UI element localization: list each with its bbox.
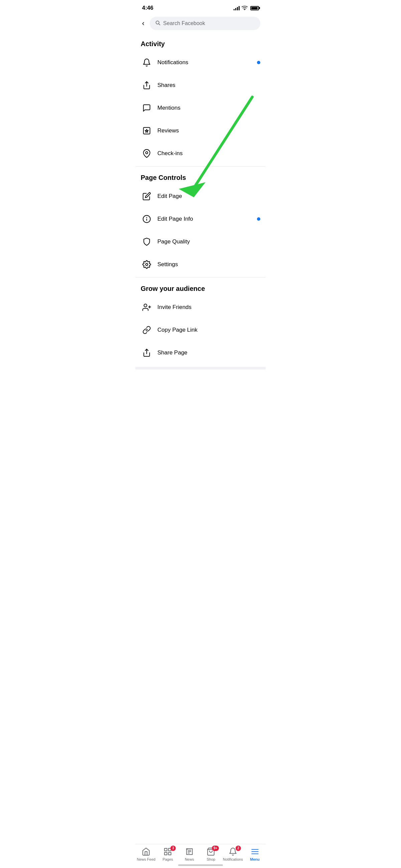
share-page-item[interactable]: Share Page xyxy=(135,341,266,364)
page-quality-label: Page Quality xyxy=(157,239,260,245)
copy-page-link-label: Copy Page Link xyxy=(157,327,260,333)
page-controls-header: Page Controls xyxy=(135,168,266,185)
edit-page-item[interactable]: Edit Page xyxy=(135,185,266,208)
status-time: 4:46 xyxy=(142,5,154,11)
share-page-label: Share Page xyxy=(157,349,260,356)
reviews-icon xyxy=(141,125,153,137)
svg-line-2 xyxy=(159,24,160,25)
mention-icon xyxy=(141,102,153,114)
svg-point-11 xyxy=(144,304,147,307)
activity-section: Activity Notifications Shares xyxy=(135,34,266,165)
checkins-item[interactable]: Check-ins xyxy=(135,142,266,165)
edit-page-info-dot xyxy=(257,217,260,221)
svg-marker-5 xyxy=(145,129,148,132)
svg-point-6 xyxy=(146,152,148,154)
reviews-item[interactable]: Reviews xyxy=(135,119,266,142)
edit-page-info-item[interactable]: Edit Page Info xyxy=(135,208,266,230)
settings-item[interactable]: Settings xyxy=(135,253,266,276)
gear-icon xyxy=(141,258,153,271)
settings-label: Settings xyxy=(157,261,260,268)
share-page-icon xyxy=(141,347,153,359)
checkins-icon xyxy=(141,148,153,159)
notifications-label: Notifications xyxy=(157,59,254,66)
battery-icon xyxy=(250,6,259,10)
search-bar[interactable]: Search Facebook xyxy=(150,17,260,30)
svg-point-10 xyxy=(146,264,148,266)
notifications-item[interactable]: Notifications xyxy=(135,51,266,74)
divider-2 xyxy=(135,277,266,278)
search-icon xyxy=(155,20,160,27)
reviews-label: Reviews xyxy=(157,127,260,134)
mentions-label: Mentions xyxy=(157,105,260,111)
grow-audience-header: Grow your audience xyxy=(135,279,266,296)
bottom-gray-bar xyxy=(135,367,266,369)
share-icon xyxy=(141,79,153,91)
page-controls-section: Page Controls Edit Page Edit Page Info xyxy=(135,168,266,276)
main-content: Activity Notifications Shares xyxy=(135,34,266,403)
notifications-dot xyxy=(257,61,260,64)
invite-friends-label: Invite Friends xyxy=(157,304,260,311)
info-circle-icon xyxy=(141,213,153,225)
pencil-icon xyxy=(141,190,153,202)
mentions-item[interactable]: Mentions xyxy=(135,97,266,119)
svg-rect-4 xyxy=(143,127,150,134)
status-icons xyxy=(234,5,259,11)
svg-point-0 xyxy=(244,10,245,10)
wifi-icon xyxy=(242,5,247,11)
person-plus-icon xyxy=(141,301,153,313)
shares-item[interactable]: Shares xyxy=(135,74,266,97)
shares-label: Shares xyxy=(157,82,260,89)
grow-audience-section: Grow your audience Invite Friends xyxy=(135,279,266,364)
bell-icon xyxy=(141,57,153,68)
page-quality-item[interactable]: Page Quality xyxy=(135,230,266,253)
search-placeholder: Search Facebook xyxy=(163,21,205,26)
search-bar-row: ‹ Search Facebook xyxy=(135,14,266,34)
link-icon xyxy=(141,324,153,336)
edit-page-label: Edit Page xyxy=(157,193,260,199)
divider-1 xyxy=(135,166,266,166)
status-bar: 4:46 xyxy=(135,0,266,14)
invite-friends-item[interactable]: Invite Friends xyxy=(135,296,266,319)
copy-page-link-item[interactable]: Copy Page Link xyxy=(135,319,266,341)
shield-icon xyxy=(141,236,153,248)
checkins-label: Check-ins xyxy=(157,150,260,157)
signal-icon xyxy=(234,6,240,10)
edit-page-info-label: Edit Page Info xyxy=(157,216,254,222)
back-button[interactable]: ‹ xyxy=(141,18,146,29)
activity-header: Activity xyxy=(135,34,266,51)
